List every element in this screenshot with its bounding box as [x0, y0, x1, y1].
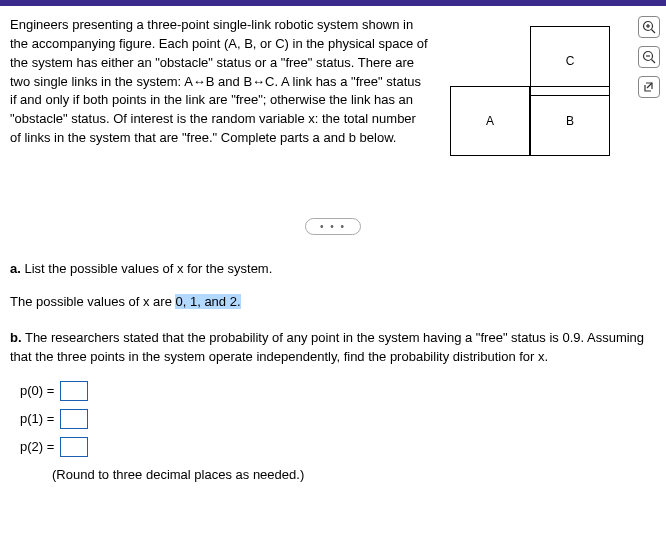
prob-input-1[interactable]: [60, 409, 88, 429]
zoom-in-button[interactable]: [638, 16, 660, 38]
part-b-label: b.: [10, 330, 22, 345]
part-a-answer-line: The possible values of x are 0, 1, and 2…: [10, 292, 656, 312]
prob-row-0: p(0) =: [20, 381, 656, 401]
problem-statement: Engineers presenting a three-point singl…: [10, 16, 430, 148]
figure-cell-b: B: [530, 86, 610, 156]
svg-line-5: [652, 60, 656, 64]
prob-label-1: p(1) =: [20, 409, 54, 429]
divider-dots[interactable]: • • •: [305, 218, 361, 235]
part-b: b. The researchers stated that the proba…: [10, 328, 656, 485]
popout-button[interactable]: [638, 76, 660, 98]
figure-cell-a: A: [450, 86, 530, 156]
zoom-out-icon: [642, 50, 656, 64]
part-a-answer-value[interactable]: 0, 1, and 2.: [175, 294, 240, 309]
prob-label-2: p(2) =: [20, 437, 54, 457]
section-divider: • • •: [10, 218, 656, 235]
prob-label-0: p(0) =: [20, 381, 54, 401]
figure: C A B: [450, 26, 610, 156]
part-b-prompt: The researchers stated that the probabil…: [10, 330, 644, 365]
svg-line-1: [652, 30, 656, 34]
part-a-label: a.: [10, 261, 21, 276]
popout-icon: [642, 80, 656, 94]
svg-line-7: [647, 83, 652, 88]
prob-input-2[interactable]: [60, 437, 88, 457]
part-a-prompt: List the possible values of x for the sy…: [24, 261, 272, 276]
part-a-answer-prefix: The possible values of x are: [10, 294, 175, 309]
zoom-in-icon: [642, 20, 656, 34]
prob-input-0[interactable]: [60, 381, 88, 401]
prob-row-1: p(1) =: [20, 409, 656, 429]
part-a: a. List the possible values of x for the…: [10, 259, 656, 312]
prob-row-2: p(2) =: [20, 437, 656, 457]
rounding-note: (Round to three decimal places as needed…: [52, 465, 656, 485]
toolbar: [638, 16, 660, 98]
zoom-out-button[interactable]: [638, 46, 660, 68]
probability-table: p(0) = p(1) = p(2) = (Round to three dec…: [20, 381, 656, 485]
